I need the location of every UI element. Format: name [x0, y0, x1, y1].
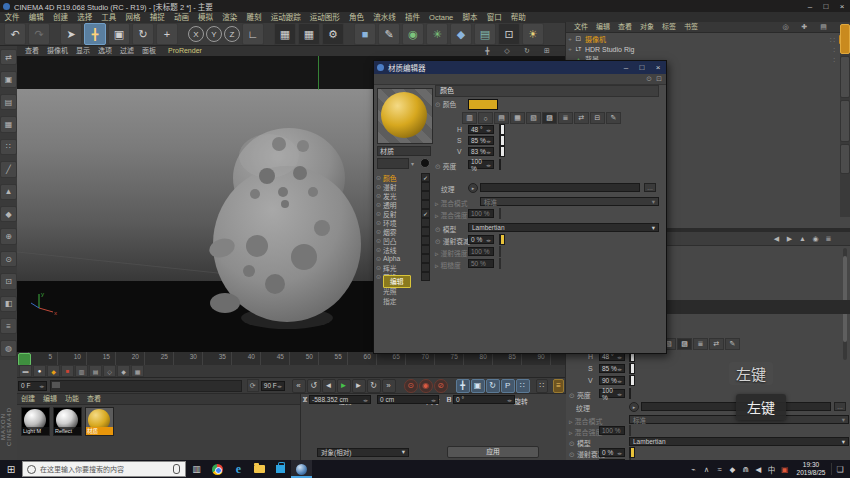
viewport-menu-item[interactable]: 显示	[72, 46, 94, 56]
model-dropdown[interactable]: Lambertian▾	[468, 223, 659, 232]
menu-item[interactable]: 动画	[169, 12, 193, 23]
polygon-mode-icon[interactable]: ▲	[0, 184, 17, 200]
solo-mode-icon[interactable]: ⊙	[0, 251, 17, 267]
track-icon-1[interactable]: ▥	[75, 365, 88, 377]
brightness-value[interactable]: 100 %◂▸	[599, 389, 625, 398]
menu-item[interactable]: 文件	[0, 12, 24, 23]
prev-key-icon[interactable]: ↺	[307, 379, 321, 393]
lock-y-icon[interactable]: Y	[206, 26, 222, 42]
object-label[interactable]: 摄像机	[585, 34, 606, 44]
mixer-icon[interactable]: ⇄	[574, 112, 589, 124]
rotation-field[interactable]: 0 °◂▸	[453, 395, 515, 404]
viewport-menu-item[interactable]: 查看	[21, 46, 43, 56]
channel-checkbox[interactable]	[421, 191, 430, 200]
workplane-icon[interactable]: ▦	[0, 116, 17, 132]
snap-icon[interactable]: ⊡	[0, 273, 17, 289]
lock-icon[interactable]: ◉	[809, 233, 822, 244]
edge-icon[interactable]: e	[228, 460, 249, 478]
menu-icon[interactable]: ≣	[822, 233, 835, 244]
channel-footer-item[interactable]: 指定	[376, 296, 434, 306]
menu-item[interactable]: 脚本	[458, 12, 482, 23]
menu-item[interactable]: 模拟	[194, 12, 218, 23]
matmgr-menu-item[interactable]: 功能	[61, 394, 83, 404]
deformer-icon[interactable]: ◆	[450, 23, 472, 45]
start-button[interactable]: ⊞	[0, 460, 22, 478]
close-button[interactable]: ×	[834, 0, 850, 12]
hsv-icon[interactable]: ▨	[542, 112, 557, 124]
coords-mode-dropdown[interactable]: 对象(相对)▾	[317, 448, 409, 457]
points-mode-icon[interactable]: ∷	[0, 139, 17, 155]
channel-checkbox[interactable]	[421, 200, 430, 209]
render-picture-viewer-icon[interactable]: ▦	[298, 23, 320, 45]
camera-icon[interactable]: ⊡	[498, 23, 520, 45]
layout-tab[interactable]	[840, 144, 850, 174]
key-scale-icon[interactable]: ▣	[471, 379, 485, 393]
object-row-hdr-rig[interactable]: + LT HDR Studio Rig ∶ ∷	[566, 44, 850, 54]
task-view-icon[interactable]: ▥	[186, 460, 207, 478]
channel-checkbox[interactable]	[421, 227, 430, 236]
channel-label[interactable]: Alpha	[383, 255, 421, 262]
texture-expand-icon[interactable]: ▸	[629, 402, 639, 412]
taskbar-search[interactable]: 在这里输入你要搜索的内容	[22, 461, 186, 477]
key-rotation-icon[interactable]: ↻	[486, 379, 500, 393]
position-field[interactable]: -588.352 cm◂▸	[309, 395, 371, 404]
minimize-button[interactable]: –	[802, 0, 818, 12]
spectrum-icon[interactable]: ▥	[462, 112, 477, 124]
file-explorer-icon[interactable]	[249, 460, 270, 478]
falloff-slider[interactable]	[629, 447, 631, 458]
sep[interactable]	[346, 24, 352, 44]
marker-icon[interactable]: ▬	[19, 365, 32, 377]
next-frame-icon[interactable]: ►	[352, 379, 366, 393]
keying-presets-icon[interactable]: ≡	[553, 379, 565, 393]
menu-item[interactable]: 流水线	[369, 12, 401, 23]
layout-tab-active[interactable]	[840, 24, 850, 54]
menu-item[interactable]: 插件	[400, 12, 424, 23]
mode-icon[interactable]: ▲	[796, 233, 809, 244]
om-menu-item[interactable]: 标签	[658, 22, 680, 32]
live-selection-icon[interactable]: ➤	[60, 23, 82, 45]
channel-checkbox[interactable]	[421, 236, 430, 245]
sep[interactable]	[266, 24, 272, 44]
subdivision-surface-icon[interactable]: ◉	[402, 23, 424, 45]
key-diamond-icon[interactable]: ◆	[47, 365, 60, 377]
last-tool-icon[interactable]: +	[156, 23, 178, 45]
record-keyframe-icon[interactable]: ⊙	[404, 379, 418, 393]
tweak-mode-icon[interactable]: ◆	[0, 206, 17, 222]
picker-pen-icon[interactable]: ✎	[725, 338, 740, 350]
sat-slider[interactable]	[499, 135, 501, 146]
matmgr-menu-item[interactable]: 创建	[17, 394, 39, 404]
search-icon[interactable]: ◎	[776, 22, 795, 32]
channel-footer-item[interactable]: 编辑	[376, 276, 434, 286]
timeline-ruler[interactable]: 051015202530354045505560657075808590	[17, 352, 565, 366]
dock-icon[interactable]: ⊡	[656, 75, 662, 83]
layout-tab[interactable]	[840, 56, 850, 98]
val-value[interactable]: 90 %◂▸	[599, 376, 625, 385]
texture-expand-icon[interactable]: ▸	[468, 183, 478, 193]
make-editable-icon[interactable]: ⇄	[0, 49, 17, 65]
layer-dots[interactable]: ∶	[833, 46, 837, 53]
goto-end-icon[interactable]: »	[382, 379, 396, 393]
channel-label[interactable]: 法线	[383, 245, 421, 255]
model-dropdown[interactable]: Lambertian▾	[629, 437, 849, 446]
menu-item[interactable]: Octane	[425, 12, 458, 23]
key-pla-icon[interactable]: ∷	[516, 379, 530, 393]
brightness-value[interactable]: 100 %◂▸	[468, 160, 494, 169]
menu-item[interactable]: 雕刻	[242, 12, 266, 23]
texture-mode-icon[interactable]: ▤	[0, 94, 17, 110]
menu-item[interactable]: 角色	[344, 12, 368, 23]
matmgr-menu-item[interactable]: 查看	[83, 394, 105, 404]
val-slider[interactable]	[629, 375, 631, 386]
scale-tool-icon[interactable]: ▣	[108, 23, 130, 45]
render-view-icon[interactable]: ▦	[274, 23, 296, 45]
matmgr-menu-item[interactable]: 编辑	[39, 394, 61, 404]
falloff-value[interactable]: 0 %◂▸	[468, 235, 494, 244]
om-menu-item[interactable]: 对象	[636, 22, 658, 32]
size-field[interactable]: 0 cm◂▸	[377, 395, 439, 404]
volume-icon[interactable]: ◀	[752, 465, 765, 474]
cinema4d-taskbar-icon[interactable]	[291, 460, 312, 478]
menu-item[interactable]: 捕捉	[145, 12, 169, 23]
swatch-grid-icon[interactable]: ▦	[510, 112, 525, 124]
menu-item[interactable]: 运动跟踪	[266, 12, 305, 23]
range-end-field[interactable]: 90 F◂▸	[261, 381, 285, 391]
record-square-icon[interactable]: ■	[61, 365, 74, 377]
